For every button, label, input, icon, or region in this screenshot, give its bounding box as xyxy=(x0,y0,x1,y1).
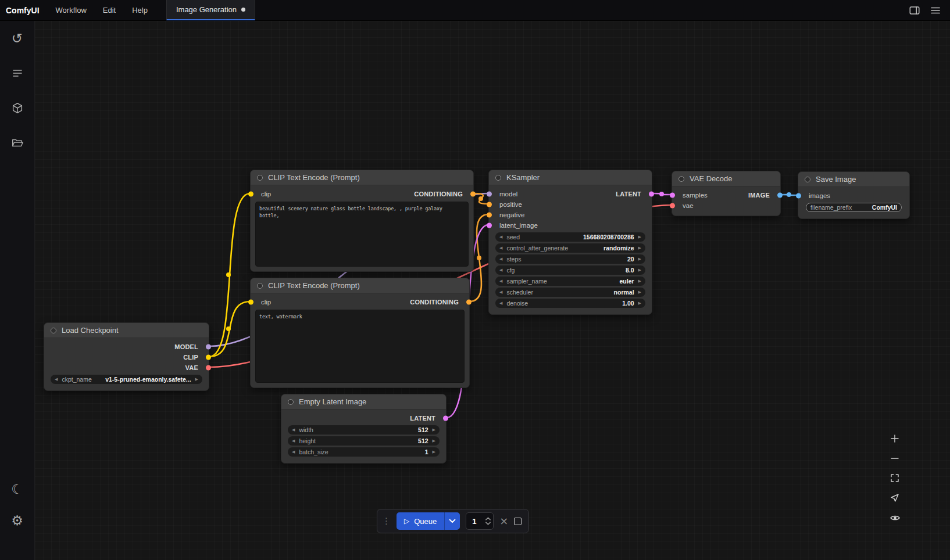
increment-arrow-icon[interactable]: ▶ xyxy=(638,290,641,295)
increment-arrow-icon[interactable]: ▶ xyxy=(638,268,641,272)
node-header[interactable]: VAE Decode xyxy=(672,171,780,186)
increment-arrow-icon[interactable]: ▶ xyxy=(638,257,641,261)
prompt-text-area[interactable]: beautiful scenery nature glass bottle la… xyxy=(255,202,469,267)
increment-arrow-icon[interactable]: ▶ xyxy=(433,450,435,454)
zoom-out-button[interactable] xyxy=(888,452,901,465)
toggle-link-visibility-button[interactable] xyxy=(888,511,901,524)
decrement-arrow-icon[interactable]: ◀ xyxy=(499,279,502,283)
widget-ckpt-name[interactable]: ◀ ckpt_name v1-5-pruned-emaonly.safete..… xyxy=(51,375,202,384)
increment-arrow-icon[interactable]: ▶ xyxy=(638,279,641,283)
widget-seed[interactable]: ◀ seed 156680208700286 ▶ xyxy=(495,232,645,242)
increment-arrow-icon[interactable]: ▶ xyxy=(433,428,435,432)
queue-button[interactable]: ▷ Queue xyxy=(397,512,444,530)
increment-arrow-icon[interactable]: ▶ xyxy=(638,235,641,239)
clear-queue-button[interactable]: × xyxy=(499,516,508,526)
node-save-image[interactable]: Save Image images filename_prefix ComfyU… xyxy=(798,171,910,219)
samples-input-port[interactable] xyxy=(670,193,675,198)
tab-image-generation[interactable]: Image Generation xyxy=(166,0,255,20)
menu-edit[interactable]: Edit xyxy=(95,0,124,20)
collapse-dot[interactable] xyxy=(257,283,263,289)
widget-control-after-generate[interactable]: ◀ control_after_generate randomize ▶ xyxy=(495,243,645,253)
node-header[interactable]: CLIP Text Encode (Prompt) xyxy=(251,170,473,185)
menu-workflow[interactable]: Workflow xyxy=(48,0,95,20)
decrement-arrow-icon[interactable]: ◀ xyxy=(499,235,502,239)
decrement-arrow-icon[interactable]: ◀ xyxy=(292,428,295,432)
decrement-arrow-icon[interactable]: ◀ xyxy=(499,268,502,272)
main-menu-button[interactable] xyxy=(927,2,944,19)
decrement-arrow-icon[interactable]: ◀ xyxy=(292,450,295,454)
positive-input-port[interactable] xyxy=(487,202,492,207)
conditioning-output-port[interactable] xyxy=(466,300,472,305)
menu-help[interactable]: Help xyxy=(124,0,156,20)
negative-input-port[interactable] xyxy=(487,213,492,218)
conditioning-output-port[interactable] xyxy=(470,192,476,197)
widget-steps[interactable]: ◀ steps 20 ▶ xyxy=(495,254,645,264)
latent-output-port[interactable] xyxy=(649,192,654,197)
fit-view-button[interactable] xyxy=(888,472,901,484)
drag-handle-icon[interactable]: ⋮ xyxy=(382,516,391,526)
widget-scheduler[interactable]: ◀ scheduler normal ▶ xyxy=(495,288,645,297)
theme-toggle-button[interactable]: ☾ xyxy=(10,482,24,496)
node-clip-text-encode-negative[interactable]: CLIP Text Encode (Prompt) clip CONDITION… xyxy=(250,278,470,388)
sidebar-item-model-library[interactable] xyxy=(10,101,24,115)
collapse-dot[interactable] xyxy=(495,175,501,181)
node-header[interactable]: Load Checkpoint xyxy=(44,323,209,338)
node-ksampler[interactable]: KSampler model LATENT positive negative … xyxy=(488,170,652,315)
decrement-arrow-icon[interactable]: ◀ xyxy=(292,439,295,443)
vae-input-port[interactable] xyxy=(670,203,675,209)
node-load-checkpoint[interactable]: Load Checkpoint MODEL CLIP VAE ◀ ckpt_na… xyxy=(44,322,209,391)
node-header[interactable]: Empty Latent Image xyxy=(281,394,446,410)
widget-value: 1.00 xyxy=(622,300,634,307)
increment-arrow-icon[interactable]: ▶ xyxy=(638,301,641,306)
widget-denoise[interactable]: ◀ denoise 1.00 ▶ xyxy=(495,299,645,308)
batch-count-input[interactable]: 1 xyxy=(466,512,494,530)
latent-image-input-port[interactable] xyxy=(487,223,492,228)
widget-height[interactable]: ◀ height 512 ▶ xyxy=(288,436,440,446)
clip-input-port[interactable] xyxy=(248,300,253,305)
images-input-port[interactable] xyxy=(796,193,801,199)
toggle-panel-button[interactable] xyxy=(906,2,923,19)
node-header[interactable]: KSampler xyxy=(489,170,652,185)
widget-width[interactable]: ◀ width 512 ▶ xyxy=(288,425,440,435)
collapse-dot[interactable] xyxy=(257,175,263,181)
increment-arrow-icon[interactable]: ▶ xyxy=(195,378,198,382)
model-output-port[interactable] xyxy=(206,344,211,350)
decrement-arrow-icon[interactable]: ◀ xyxy=(499,301,502,306)
stepper-down-icon[interactable] xyxy=(485,522,491,525)
latent-output-port[interactable] xyxy=(443,416,448,421)
widget-sampler-name[interactable]: ◀ sampler_name euler ▶ xyxy=(495,277,645,286)
node-empty-latent-image[interactable]: Empty Latent Image LATENT ◀ width 512 ▶ … xyxy=(281,394,447,464)
node-vae-decode[interactable]: VAE Decode samples IMAGE vae xyxy=(672,171,781,216)
stepper-up-icon[interactable] xyxy=(485,517,491,520)
decrement-arrow-icon[interactable]: ◀ xyxy=(499,246,502,250)
prompt-text-area[interactable]: text, watermark xyxy=(255,310,465,383)
settings-button[interactable]: ⚙ xyxy=(10,514,24,527)
sidebar-item-history[interactable]: ↺ xyxy=(10,31,24,45)
model-input-port[interactable] xyxy=(487,192,492,197)
image-output-port[interactable] xyxy=(777,193,783,198)
node-clip-text-encode-positive[interactable]: CLIP Text Encode (Prompt) clip CONDITION… xyxy=(250,170,474,272)
collapse-dot[interactable] xyxy=(51,328,56,333)
sidebar-item-workflows[interactable] xyxy=(10,136,24,150)
clip-output-port[interactable] xyxy=(206,355,211,360)
collapse-dot[interactable] xyxy=(805,177,810,182)
widget-filename-prefix[interactable]: filename_prefix ComfyUI xyxy=(806,203,902,212)
collapse-dot[interactable] xyxy=(678,176,684,182)
node-header[interactable]: CLIP Text Encode (Prompt) xyxy=(251,278,469,293)
node-header[interactable]: Save Image xyxy=(798,172,909,187)
select-mode-button[interactable] xyxy=(888,491,901,504)
decrement-arrow-icon[interactable]: ◀ xyxy=(499,257,502,261)
increment-arrow-icon[interactable]: ▶ xyxy=(433,439,435,443)
widget-batch-size[interactable]: ◀ batch_size 1 ▶ xyxy=(288,447,440,457)
increment-arrow-icon[interactable]: ▶ xyxy=(638,246,641,250)
queue-options-dropdown[interactable] xyxy=(444,512,460,530)
widget-cfg[interactable]: ◀ cfg 8.0 ▶ xyxy=(495,265,645,275)
zoom-in-button[interactable] xyxy=(888,432,901,445)
sidebar-item-queue[interactable] xyxy=(10,66,24,80)
decrement-arrow-icon[interactable]: ◀ xyxy=(55,378,58,382)
clip-input-port[interactable] xyxy=(248,192,253,197)
vae-output-port[interactable] xyxy=(206,365,211,371)
collapse-dot[interactable] xyxy=(288,399,294,405)
decrement-arrow-icon[interactable]: ◀ xyxy=(499,290,502,295)
interrupt-button[interactable] xyxy=(514,518,522,525)
